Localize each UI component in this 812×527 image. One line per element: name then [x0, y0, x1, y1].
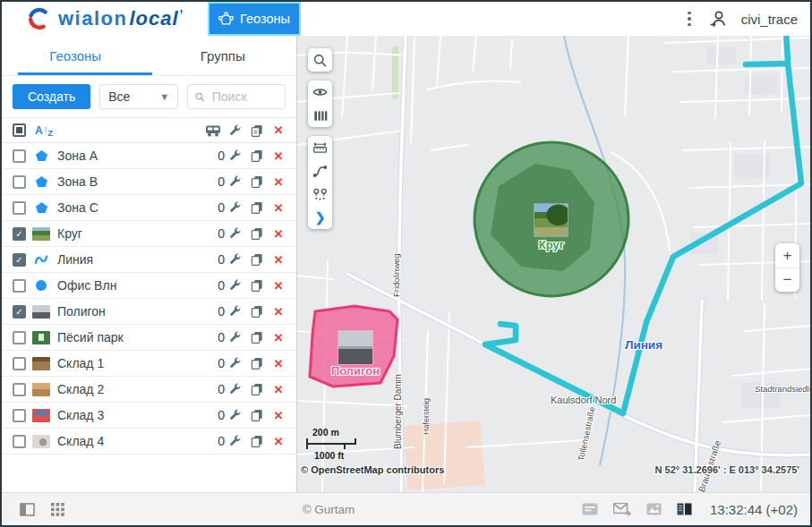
delete-icon[interactable]: ✕: [268, 175, 289, 189]
geofence-pentagon-icon: [218, 12, 234, 26]
user-icon[interactable]: [708, 10, 728, 28]
tab-geofences[interactable]: Геозоны: [2, 36, 150, 75]
list-item[interactable]: ✓Полигон0✕: [2, 299, 296, 325]
copy-icon[interactable]: [246, 357, 268, 370]
edit-icon[interactable]: [225, 383, 246, 395]
sort-az-icon[interactable]: A↕Z: [35, 123, 53, 138]
units-count: 0: [201, 434, 225, 448]
row-checkbox[interactable]: [13, 331, 26, 344]
reports-icon[interactable]: [677, 503, 692, 515]
expand-chevron-icon[interactable]: ❯: [308, 206, 332, 229]
cursor-coordinates: N 52° 31.2696' : E 013° 34.2575': [655, 464, 799, 475]
row-checkbox[interactable]: [13, 201, 26, 215]
row-checkbox[interactable]: [13, 383, 26, 396]
map-attribution: © OpenStreetMap contributors: [301, 464, 444, 475]
layers-icon[interactable]: [308, 104, 332, 127]
boxes-icon: [32, 382, 50, 396]
copy-icon[interactable]: [246, 279, 268, 292]
row-checkbox[interactable]: [13, 409, 26, 422]
row-checkbox[interactable]: [13, 357, 26, 370]
map-search-icon[interactable]: [308, 48, 332, 72]
copy-icon[interactable]: [246, 253, 268, 266]
edit-icon[interactable]: [225, 279, 246, 292]
media-icon[interactable]: [646, 503, 662, 515]
route-icon[interactable]: [308, 159, 332, 183]
geofence-name: Склад 2: [57, 382, 201, 396]
select-all-checkbox[interactable]: [13, 123, 26, 137]
edit-icon[interactable]: [225, 435, 246, 447]
row-checkbox[interactable]: [13, 279, 26, 293]
row-checkbox[interactable]: [13, 435, 26, 448]
list-item[interactable]: Склад 30✕: [2, 403, 296, 429]
list-item[interactable]: ✓Круг0✕: [2, 221, 296, 247]
layout-toggle-icon[interactable]: [20, 503, 35, 516]
copy-icon[interactable]: [246, 409, 268, 421]
row-checkbox[interactable]: ✓: [13, 305, 26, 319]
edit-icon[interactable]: [225, 409, 246, 421]
map-canvas[interactable]: Круг Полигон Линия Kaulsdorf Nord Stadtr…: [297, 36, 810, 492]
search-input[interactable]: [210, 89, 278, 105]
delete-icon[interactable]: ✕: [268, 357, 289, 370]
delete-icon[interactable]: ✕: [268, 279, 289, 293]
scale-imperial-bar: [306, 443, 346, 449]
list-item[interactable]: ✓Линия0✕: [2, 247, 296, 273]
copy-icon[interactable]: [246, 149, 268, 162]
messages-icon[interactable]: [613, 503, 631, 516]
delete-icon[interactable]: ✕: [268, 435, 289, 448]
geofences-app-tab[interactable]: Геозоны: [208, 2, 301, 36]
copy-icon[interactable]: [246, 305, 268, 318]
list-item[interactable]: Офис Влн0✕: [2, 273, 296, 299]
pentagon-icon: [32, 149, 50, 163]
delete-icon[interactable]: ✕: [268, 383, 289, 396]
wialon-logo-icon: [27, 7, 50, 30]
list-item[interactable]: Зона B0✕: [2, 169, 296, 195]
copy-icon[interactable]: [246, 227, 268, 240]
list-item[interactable]: Склад 20✕: [2, 377, 296, 403]
row-checkbox[interactable]: [13, 175, 26, 189]
delete-icon[interactable]: ✕: [268, 149, 289, 163]
edit-icon[interactable]: [225, 175, 246, 188]
edit-icon[interactable]: [225, 149, 246, 162]
delete-icon[interactable]: ✕: [268, 409, 289, 422]
delete-icon[interactable]: ✕: [268, 305, 289, 319]
ruler-icon[interactable]: [308, 136, 332, 159]
list-item[interactable]: Зона C0✕: [2, 195, 296, 221]
copy-icon[interactable]: [246, 331, 268, 344]
delete-icon[interactable]: ✕: [268, 201, 289, 215]
row-checkbox[interactable]: ✓: [13, 253, 26, 267]
more-menu-icon[interactable]: [684, 8, 695, 30]
copy-icon[interactable]: [246, 201, 268, 214]
zoom-out-button[interactable]: −: [775, 268, 799, 292]
copy-icon[interactable]: [246, 383, 268, 395]
eye-icon[interactable]: [308, 81, 332, 104]
edit-icon[interactable]: [225, 305, 246, 318]
delete-icon[interactable]: ✕: [268, 331, 289, 344]
crate-icon: [32, 356, 50, 370]
list-item[interactable]: Зона A0✕: [2, 143, 296, 169]
apps-grid-icon[interactable]: [51, 503, 64, 516]
edit-icon[interactable]: [225, 357, 246, 370]
copy-icon[interactable]: [246, 175, 268, 188]
copy-icon[interactable]: [246, 435, 268, 447]
username[interactable]: civi_trace: [741, 12, 798, 27]
zoom-in-button[interactable]: +: [775, 243, 799, 268]
edit-icon[interactable]: [225, 253, 246, 266]
delete-icon[interactable]: ✕: [268, 227, 289, 241]
row-checkbox[interactable]: ✓: [13, 227, 26, 241]
edit-icon[interactable]: [225, 331, 246, 344]
geofence-name: Круг: [57, 226, 201, 241]
create-button[interactable]: Создать: [13, 84, 90, 109]
list-item[interactable]: Склад 40✕: [2, 429, 296, 455]
panel-tabs: Геозоны Группы: [2, 36, 296, 76]
edit-icon[interactable]: [225, 227, 246, 240]
notes-icon[interactable]: [582, 503, 598, 515]
tab-groups[interactable]: Группы: [150, 36, 297, 75]
markers-icon[interactable]: [308, 183, 332, 206]
filter-select[interactable]: Все ▼: [99, 84, 178, 109]
delete-icon[interactable]: ✕: [268, 253, 289, 267]
polygon-geofence-photo: [338, 331, 372, 364]
edit-icon[interactable]: [225, 201, 246, 214]
list-item[interactable]: Пёсий парк0✕: [2, 325, 296, 351]
list-item[interactable]: Склад 10✕: [2, 351, 296, 377]
row-checkbox[interactable]: [13, 149, 26, 163]
